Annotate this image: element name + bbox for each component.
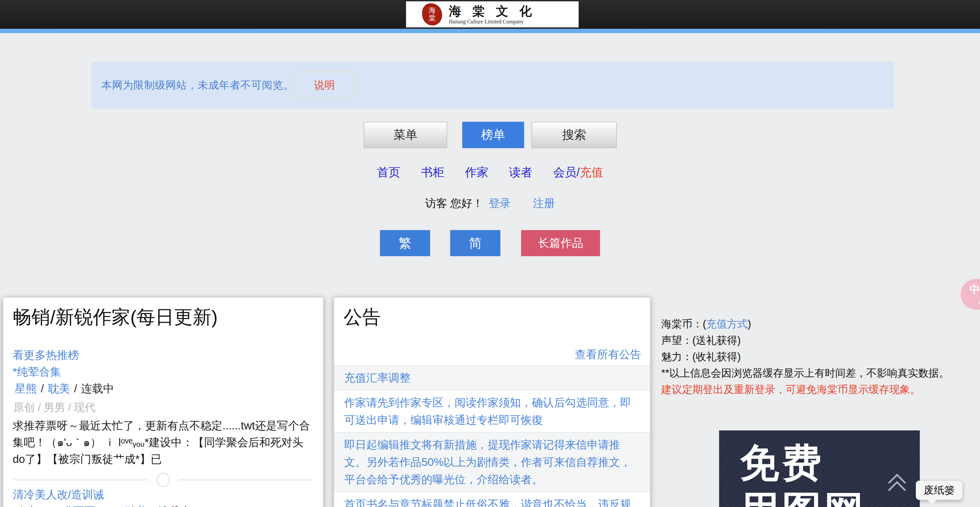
meta-separator: / — [151, 505, 154, 507]
view-all-announcements-link[interactable]: 查看所有公告 — [334, 348, 641, 361]
ranking-button[interactable]: 榜单 — [462, 122, 524, 148]
meta-separator: / — [41, 382, 44, 395]
book-title-link[interactable]: *纯荤合集 — [13, 365, 314, 378]
item-divider — [13, 472, 314, 488]
haitang-seal-icon: 海 棠 — [422, 3, 442, 25]
logo-subtitle: Haitang Culture Limited Company — [449, 19, 536, 25]
trash-tooltip: 废纸篓 — [916, 481, 963, 500]
announcement-row[interactable]: 充值汇率调整 — [334, 365, 650, 390]
book-genre-link[interactable]: 耽美 — [48, 382, 70, 395]
age-restriction-notice: 本网为限制级网站，未成年者不可阅览。 说明 — [91, 62, 894, 109]
book-tags: 原创 / 男男 / 现代 — [13, 401, 314, 414]
main-nav: 首页 书柜 作家 读者 会员/充值 — [0, 165, 980, 180]
nav-readers[interactable]: 读者 — [509, 165, 533, 179]
divider-line — [13, 480, 148, 480]
tooltip-pointer — [927, 499, 937, 505]
book-description: 求推荐票呀～最近太忙了，更新有点不稳定......twt还是写个合集吧！（๑'ᴗ… — [13, 417, 314, 467]
notice-explain-link[interactable]: 说明 — [294, 72, 355, 99]
search-button[interactable]: 搜索 — [531, 122, 617, 148]
logo-title: 海 棠 文 化 — [449, 4, 536, 18]
nav-recharge[interactable]: 充值 — [580, 165, 603, 179]
announcement-row[interactable]: 首页书名与章节标题禁止低俗不雅，谐音也不恰当，违反规则 — [334, 492, 650, 507]
announcements-card: 公告 查看所有公告 充值汇率调整 作家请先到作家专区，阅读作家须知，确认后勾选同… — [334, 297, 651, 507]
divider-line — [178, 480, 314, 480]
recharge-method-link[interactable]: 充值方式 — [706, 318, 748, 330]
nav-home[interactable]: 首页 — [377, 165, 400, 179]
seal-char-1: 海 — [429, 7, 436, 14]
scroll-to-top-button[interactable] — [887, 476, 907, 507]
book-author-link[interactable]: 星熊 — [15, 382, 37, 395]
register-link[interactable]: 注册 — [533, 197, 555, 209]
relogin-advice: 建议定期登出及重新登录，可避免海棠币显示缓存现象。 — [661, 381, 962, 397]
coin-label-close: ) — [748, 318, 751, 330]
more-rankings-link[interactable]: 看更多热推榜 — [13, 348, 314, 362]
bestsellers-title: 畅销/新锐作家(每日更新) — [13, 306, 314, 328]
simplified-chinese-button[interactable]: 简 — [450, 230, 500, 256]
coin-label: 海棠币：( — [661, 318, 706, 330]
login-link[interactable]: 登录 — [488, 197, 511, 209]
wallet-info-panel: 海棠币：(充值方式) 声望：(送礼获得) 魅力：(收礼获得) **以上信息会因浏… — [661, 316, 962, 397]
announcement-row[interactable]: 作家请先到作家专区，阅读作家须知，确认后勾选同意，即可送出申请，编辑审核通过专栏… — [334, 390, 650, 432]
book-meta-line: 星熊/耽美/连载中 — [15, 382, 314, 395]
translate-icon-latin: A — [978, 292, 980, 307]
cache-note: **以上信息会因浏览器缓存显示上有时间差，不影响真实数据。 — [661, 365, 962, 381]
book-meta-line: 穆小刀 （求票票w）/耽美/连载中 — [15, 504, 314, 507]
notice-text: 本网为限制级网站，未成年者不可阅览。 — [101, 62, 294, 109]
meta-separator: / — [74, 382, 77, 395]
charm-line: 魅力：(收礼获得) — [661, 348, 962, 365]
bestsellers-card: 畅销/新锐作家(每日更新) 看更多热推榜 *纯荤合集 星熊/耽美/连载中 原创 … — [3, 297, 324, 507]
site-logo[interactable]: 海 棠 海 棠 文 化 Haitang Culture Limited Comp… — [406, 2, 579, 27]
book-author-link[interactable]: 穆小刀 （求票票w） — [15, 505, 114, 507]
visitor-greeting: 访客 您好！登录注册 — [0, 196, 980, 211]
logo-text: 海 棠 文 化 Haitang Culture Limited Company — [449, 4, 536, 25]
nav-bookshelf[interactable]: 书柜 — [421, 165, 444, 179]
seal-char-2: 棠 — [429, 14, 436, 22]
book-status: 连载中 — [158, 505, 191, 507]
nav-slash: / — [577, 165, 580, 179]
announcements-title: 公告 — [344, 306, 641, 328]
traditional-chinese-button[interactable]: 繁 — [380, 230, 430, 256]
accent-divider — [0, 29, 980, 33]
long-works-button[interactable]: 长篇作品 — [521, 230, 600, 256]
nav-member[interactable]: 会员 — [553, 165, 577, 179]
page: 海 棠 海 棠 文 化 Haitang Culture Limited Comp… — [0, 0, 980, 507]
reputation-line: 声望：(送礼获得) — [661, 332, 962, 348]
announcement-row[interactable]: 即日起编辑推文将有新措施，提现作家请记得来信申请推文。另外若作品50%以上为剧情… — [334, 432, 650, 492]
top-header-bar: 海 棠 海 棠 文 化 Haitang Culture Limited Comp… — [0, 0, 980, 29]
book-status: 连载中 — [81, 382, 114, 395]
nav-writers[interactable]: 作家 — [465, 165, 488, 179]
book-title-link[interactable]: 清冷美人改/造训诫 — [13, 488, 314, 502]
translate-button[interactable]: 中 A — [961, 279, 980, 310]
book-genre-link[interactable]: 耽美 — [125, 505, 147, 507]
divider-circle-icon — [156, 472, 170, 487]
greeting-text: 访客 您好！ — [425, 197, 483, 209]
menu-button[interactable]: 菜单 — [364, 122, 447, 148]
nav-member-recharge: 会员/充值 — [553, 165, 603, 179]
meta-separator: / — [118, 505, 121, 507]
coin-line: 海棠币：(充值方式) — [661, 316, 962, 332]
